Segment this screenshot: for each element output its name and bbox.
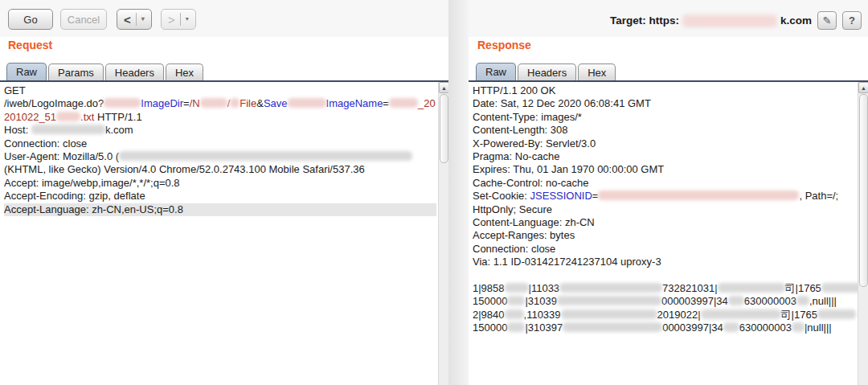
text-segment: = xyxy=(383,97,389,109)
cancel-button[interactable]: Cancel xyxy=(60,9,107,30)
target-area: Target: https: k.com ✎ ? xyxy=(610,11,862,30)
redacted-text xyxy=(507,296,525,305)
response-scrollbar-thumb[interactable] xyxy=(859,94,868,287)
request-scrollbar[interactable]: ▲ xyxy=(438,82,448,385)
request-line: Accept-Encoding: gzip, deflate xyxy=(4,190,436,203)
redacted-text xyxy=(200,98,227,108)
response-line: Content-Language: zh-CN xyxy=(473,216,856,229)
text-segment: .txt xyxy=(80,111,94,123)
text-segment: HTTP/1.1 xyxy=(94,111,141,123)
button-divider xyxy=(136,13,137,26)
text-segment: 150000 xyxy=(473,322,507,334)
text-segment: 00003997|34 xyxy=(662,322,723,334)
edit-target-button[interactable]: ✎ xyxy=(817,11,837,30)
text-segment: ,110339 xyxy=(524,309,561,321)
chevron-down-icon[interactable]: ▾ xyxy=(141,16,145,23)
text-segment: |null||| xyxy=(805,322,832,334)
text-segment: HttpOnly; Secure xyxy=(473,203,552,215)
redacted-text xyxy=(728,296,744,305)
text-segment: X-Powered-By: Servlet/3.0 xyxy=(473,137,596,149)
redacted-text xyxy=(505,283,529,293)
text-segment: 630000003 xyxy=(744,295,796,307)
history-forward-button[interactable]: > ▾ xyxy=(161,9,196,30)
text-segment: 司|1765 xyxy=(785,282,821,294)
text-segment: = xyxy=(183,97,190,109)
text-segment: = xyxy=(592,190,599,202)
text-segment: Connection: close xyxy=(473,243,555,255)
text-segment: ImageName xyxy=(326,97,383,109)
history-back-button[interactable]: < ▾ xyxy=(117,9,152,30)
text-segment: Via: 1.1 ID-0314217241237104 uproxy-3 xyxy=(473,256,661,268)
text-segment: Cache-Control: no-cache xyxy=(473,177,589,189)
redacted-text xyxy=(507,322,525,332)
request-line: User-Agent: Mozilla/5.0 ( xyxy=(4,150,436,163)
text-segment: 732821031| xyxy=(662,282,717,294)
response-line: HTTP/1.1 200 OK xyxy=(473,84,856,97)
text-segment: |310397 xyxy=(525,322,563,334)
tab-headers[interactable]: Headers xyxy=(518,63,576,81)
text-segment: Set-Cookie: xyxy=(473,190,530,202)
request-editor[interactable]: GET/iweb/LogoImage.do?ImageDir=/N/File&S… xyxy=(0,82,438,385)
text-segment: Pragma: No-cache xyxy=(473,150,559,162)
tab-raw[interactable]: Raw xyxy=(6,63,47,81)
toolbar: Go Cancel < ▾ > ▾ Target: https: k.com ✎… xyxy=(0,0,868,37)
redacted-text xyxy=(56,112,80,121)
tab-raw[interactable]: Raw xyxy=(476,63,516,81)
response-line: Content-Type: images/* xyxy=(473,111,856,124)
response-line: Content-Length: 308 xyxy=(473,124,856,137)
text-segment: 1|9858 xyxy=(473,282,505,294)
text-segment: _20 xyxy=(418,97,436,109)
redacted-text xyxy=(723,322,739,332)
request-scrollbar-thumb[interactable] xyxy=(440,94,448,163)
back-arrow-icon: < xyxy=(124,13,131,27)
text-segment: File xyxy=(240,97,256,109)
tab-hex[interactable]: Hex xyxy=(578,63,616,81)
request-line: (KHTML, like Gecko) Version/4.0 Chrome/5… xyxy=(4,163,436,176)
response-viewer[interactable]: HTTP/1.1 200 OKDate: Sat, 12 Dec 2020 06… xyxy=(469,82,858,385)
response-line: X-Powered-By: Servlet/3.0 xyxy=(473,137,856,150)
go-button[interactable]: Go xyxy=(8,9,53,30)
text-segment: & xyxy=(256,97,264,109)
redacted-text xyxy=(718,283,785,293)
response-line: Expires: Thu, 01 Jan 1970 00:00:00 GMT xyxy=(473,163,856,176)
text-segment: Save xyxy=(264,97,288,109)
text-segment: Content-Language: zh-CN xyxy=(473,216,595,228)
request-tabs: RawParamsHeadersHex xyxy=(6,63,205,81)
target-label: Target: https: xyxy=(610,14,679,27)
text-segment: Content-Length: 308 xyxy=(473,124,568,136)
target-host-suffix: k.com xyxy=(780,14,812,27)
redacted-text xyxy=(701,309,781,319)
text-segment: k.com xyxy=(105,124,133,136)
text-segment: 000003997|34 xyxy=(661,295,728,307)
request-panel-title: Request xyxy=(8,39,52,51)
text-segment: |31039 xyxy=(525,295,557,307)
request-line: 201022_51.txt HTTP/1.1 xyxy=(4,111,436,124)
text-segment: |11033 xyxy=(529,282,560,294)
text-segment: 2019022| xyxy=(657,309,701,321)
forward-arrow-icon: > xyxy=(168,13,175,27)
request-line: GET xyxy=(4,84,436,97)
panel-splitter[interactable] xyxy=(448,0,469,385)
redacted-text xyxy=(559,283,662,293)
response-line: Date: Sat, 12 Dec 2020 06:08:41 GMT xyxy=(473,97,856,110)
help-icon: ? xyxy=(849,14,855,27)
tab-params[interactable]: Params xyxy=(48,63,104,81)
text-segment: Accept-Ranges: bytes xyxy=(473,229,575,241)
redacted-text xyxy=(598,190,799,200)
text-segment: Accept: image/webp,image/*,*/*;q=0.8 xyxy=(4,177,180,189)
response-line: 1|9858|11033732821031|司|1765 xyxy=(473,282,856,295)
pencil-icon: ✎ xyxy=(823,14,832,27)
help-button[interactable]: ? xyxy=(842,11,862,30)
redacted-text xyxy=(31,125,105,134)
request-line: Connection: close xyxy=(4,137,436,150)
response-scrollbar[interactable]: ▲ xyxy=(858,82,868,385)
text-segment: User-Agent: Mozilla/5.0 ( xyxy=(4,150,119,162)
tab-hex[interactable]: Hex xyxy=(166,63,203,81)
redacted-text xyxy=(119,151,412,161)
scroll-up-icon[interactable]: ▲ xyxy=(858,82,868,93)
request-line: /iweb/LogoImage.do?ImageDir=/N/File&Save… xyxy=(4,97,436,110)
request-line: Host: k.com xyxy=(4,124,436,137)
tab-headers[interactable]: Headers xyxy=(105,63,164,81)
chevron-down-icon[interactable]: ▾ xyxy=(186,16,189,23)
request-line: Accept-Language: zh-CN,en-US;q=0.8 xyxy=(4,203,436,216)
